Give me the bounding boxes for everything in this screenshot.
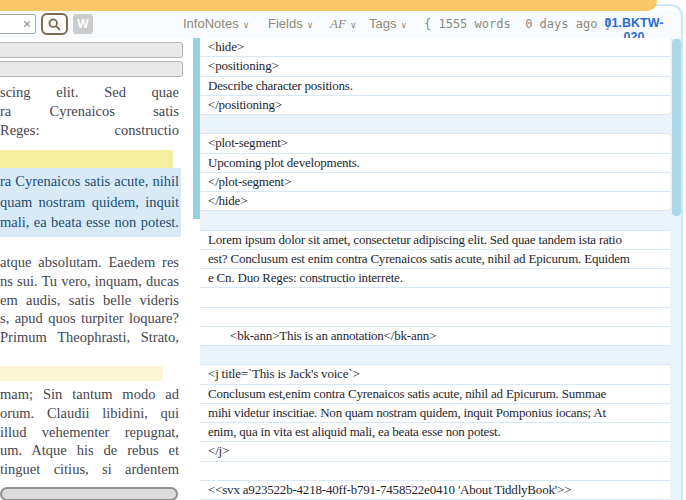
editor-line[interactable]: est? Conclusum est enim contra Cyrenaico… [200,250,670,269]
search-icon [48,18,61,31]
menu-tags[interactable]: Tags∨ [369,16,407,31]
editor-line[interactable]: Upcoming plot developments. [200,154,670,173]
clear-search-icon[interactable]: × [19,14,35,34]
preview-text-line: em audis, satis belle videris [0,291,179,310]
chevron-down-icon: ∨ [307,20,314,30]
preview-text-line: um. Atque his de rebus et [0,441,179,460]
menu-label: Fields [268,16,303,31]
editor-line[interactable]: Describe character positions. [200,77,670,96]
preview-text-line: tinguet citius, si ardentem [0,460,179,479]
editor-line[interactable]: </j> [200,442,670,461]
preview-horizontal-scrollbar[interactable] [0,487,178,500]
menu-af[interactable]: AF∨ [330,16,356,32]
editor-line[interactable]: enim, qua in vita est aliquid mali, ea b… [200,423,670,442]
chevron-down-icon: ∨ [400,20,407,30]
editor-line[interactable]: </hide> [200,192,670,211]
preview-input-bar[interactable] [0,61,183,77]
preview-input-bar[interactable] [0,42,183,58]
cream-highlight-band [0,366,163,381]
editor-line[interactable]: mihi videtur inscitiae. Non quam nostram… [200,404,670,423]
editor-line[interactable] [200,308,670,327]
toolbar: × W InfoNotes∨Fields∨AF∨Tags∨ { 1555 wor… [0,11,686,38]
menu-fields[interactable]: Fields∨ [268,16,313,31]
preview-text-line: mam; Sin tantum modo ad [0,385,179,404]
editor-scrollbar-track[interactable] [670,38,683,500]
editor-line[interactable]: <j title=`This is Jack's voice`> [200,365,670,384]
editor-line[interactable]: Conclusum est,enim contra Cyrenaicos sat… [200,385,670,404]
menu-label: Tags [369,16,396,31]
editor-line[interactable]: </positioning> [200,96,670,115]
preview-text-line: s, apud quos turpiter loquare? [0,309,179,328]
editor-line[interactable]: Lorem ipsum dolor sit amet, consectetur … [200,231,670,250]
preview-text-line: quam nostram quidem, inquit [0,192,179,213]
chevron-down-icon: ∨ [350,20,357,30]
preview-paragraph: atque absolutam. Eaedem resns sui. Tu ve… [0,253,179,347]
preview-text-line: ra Cyrenaicos satis [0,102,179,121]
preview-paragraph: scing elit. Sed quaera Cyrenaicos satisR… [0,83,179,139]
editor-line[interactable]: <positioning> [200,57,670,76]
editor-scrollbar-thumb[interactable] [672,39,681,216]
preview-text-line: ra Cyrenaicos satis acute, nihil [0,171,179,192]
preview-text-line: illud vehementer repugnat, [0,423,179,442]
preview-text-line: scing elit. Sed quae [0,83,179,102]
menu-label: InfoNotes [183,16,239,31]
menu-infonotes[interactable]: InfoNotes∨ [183,16,249,31]
editor-line[interactable]: e Cn. Duo Reges: constructio interrete. [200,269,670,288]
chevron-down-icon: ∨ [243,20,250,30]
editor-line[interactable]: <<svx a923522b-4218-40ff-b791-7458522e04… [200,481,670,500]
preview-text-line: Reges: constructio [0,121,179,140]
editor-text-area[interactable]: <hide><positioning>Describe character po… [200,38,670,500]
search-button[interactable] [41,13,68,35]
w-button[interactable]: W [73,14,93,34]
editor-line[interactable]: <hide> [200,38,670,57]
hidden-block-gutter-bar [193,38,200,219]
preview-text-line: orum. Claudii libidini, qui [0,404,179,423]
editor-line[interactable] [200,115,670,134]
editor-line[interactable] [200,346,670,365]
editor-line[interactable]: </plot-segment> [200,173,670,192]
preview-text-line: mali, ea beata esse non potest. [0,212,179,233]
document-preview-panel: scing elit. Sed quaera Cyrenaicos satisR… [0,38,188,500]
top-accent-bar [0,0,657,11]
preview-text-line: atque absolutam. Eaedem res [0,253,179,272]
editor-line[interactable]: <bk-ann>This is an annotation</bk-ann> [200,327,670,346]
app-window: × W InfoNotes∨Fields∨AF∨Tags∨ { 1555 wor… [0,0,686,500]
word-count-status: { 1555 words 0 days ago } [424,17,612,31]
editor-line[interactable] [200,288,670,307]
preview-paragraph: mam; Sin tantum modo adorum. Claudii lib… [0,385,179,479]
yellow-highlight-band [0,150,173,168]
menu-label: AF [330,16,346,31]
editor-line[interactable]: <plot-segment> [200,134,670,153]
preview-text-line: Primum Theophrasti, Strato, [0,328,179,347]
blue-highlight-block: ra Cyrenaicos satis acute, nihilquam nos… [0,168,181,237]
editor-line[interactable] [200,211,670,230]
editor-line[interactable] [200,462,670,481]
preview-text-line: ns sui. Tu vero, inquam, ducas [0,272,179,291]
